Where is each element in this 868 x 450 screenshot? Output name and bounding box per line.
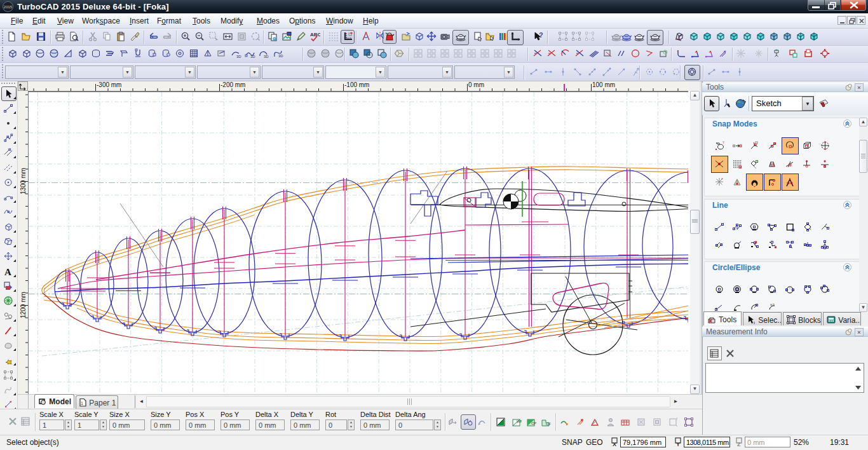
- svg-text:3D: 3D: [278, 54, 283, 58]
- svg-text:-300 mm: -300 mm: [97, 81, 121, 88]
- svg-text:k: k: [810, 227, 811, 231]
- svg-text:X: X: [613, 441, 616, 447]
- svg-text:Y: Y: [722, 140, 725, 144]
- svg-text:CP: CP: [531, 421, 536, 425]
- svg-text:3D: 3D: [264, 55, 269, 58]
- svg-text:ABC: ABC: [310, 32, 320, 38]
- svg-text:2015: 2015: [4, 5, 13, 9]
- svg-text:CF: CF: [546, 422, 551, 426]
- svg-text:A: A: [4, 266, 11, 276]
- svg-text:-100 mm: -100 mm: [344, 81, 369, 88]
- svg-text:Z: Z: [737, 441, 741, 447]
- svg-text:?: ?: [539, 31, 543, 39]
- svg-text:3D: 3D: [236, 55, 241, 58]
- svg-text:-200 mm: -200 mm: [220, 81, 245, 88]
- svg-text:×: ×: [721, 177, 723, 181]
- svg-text:1300 mm: 1300 mm: [20, 168, 27, 194]
- svg-text:0 mm: 0 mm: [468, 81, 484, 88]
- svg-text:100 mm: 100 mm: [592, 81, 615, 88]
- svg-text:WP: WP: [517, 419, 522, 423]
- svg-text:Y: Y: [676, 441, 680, 447]
- svg-text:3D: 3D: [250, 55, 255, 58]
- svg-text:1: 1: [81, 401, 83, 406]
- svg-text:a:b: a:b: [770, 303, 775, 306]
- svg-text:1200 mm: 1200 mm: [20, 292, 27, 318]
